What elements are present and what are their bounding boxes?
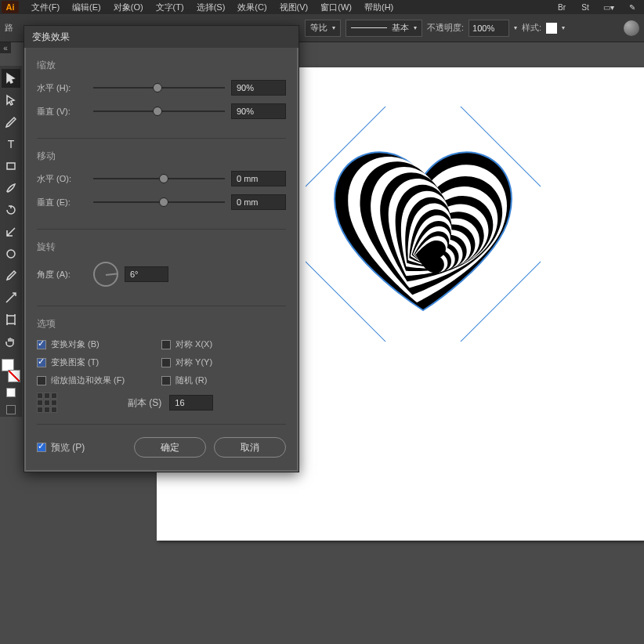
- path-label: 路: [5, 22, 13, 34]
- scale-strokes-checkbox[interactable]: [37, 376, 46, 385]
- menu-window[interactable]: 窗口(W): [314, 2, 358, 13]
- screen-mode[interactable]: [2, 403, 20, 417]
- opacity-label: 不透明度:: [427, 22, 464, 34]
- globe-icon[interactable]: [624, 20, 639, 36]
- menu-help[interactable]: 帮助(H): [358, 2, 400, 13]
- scale-v-input[interactable]: [231, 103, 286, 119]
- panel-collapse-tab[interactable]: «: [0, 42, 11, 53]
- app-logo: Ai: [2, 1, 19, 13]
- bridge-icon[interactable]: Br: [553, 1, 570, 13]
- preview-checkbox[interactable]: [37, 443, 46, 452]
- scale-tool[interactable]: [2, 223, 20, 241]
- tools-panel: T: [0, 66, 22, 417]
- chevron-down-icon[interactable]: ▾: [562, 24, 565, 31]
- move-v-label: 垂直 (E):: [37, 197, 87, 208]
- scale-h-slider[interactable]: [93, 82, 225, 93]
- slice-tool[interactable]: [2, 288, 20, 307]
- stroke-swatch[interactable]: [8, 370, 20, 382]
- move-section: 移动 水平 (O): 垂直 (E):: [37, 150, 286, 230]
- color-mode-solid[interactable]: [2, 385, 20, 400]
- options-section: 选项 变换对象 (B) 对称 X(X) 变换图案 (T) 对称 Y(Y) 缩放描…: [37, 317, 286, 425]
- transform-patterns-checkbox[interactable]: [37, 358, 46, 367]
- reflect-y-label: 对称 Y(Y): [175, 356, 212, 368]
- move-v-input[interactable]: [231, 194, 286, 210]
- artboard-tool[interactable]: [2, 310, 20, 329]
- svg-rect-2: [7, 316, 15, 324]
- stroke-line-icon: [351, 27, 387, 28]
- menu-object[interactable]: 对象(O): [107, 2, 150, 13]
- move-h-label: 水平 (O):: [37, 173, 87, 185]
- stroke-profile-dropdown[interactable]: 基本▾: [346, 20, 422, 37]
- transform-objects-label: 变换对象 (B): [51, 338, 99, 350]
- angle-label: 角度 (A):: [37, 269, 87, 280]
- random-label: 随机 (R): [175, 374, 207, 386]
- feather-icon[interactable]: ✎: [624, 1, 641, 13]
- menu-view[interactable]: 视图(V): [273, 2, 315, 13]
- hand-tool[interactable]: [2, 332, 20, 351]
- selection-bounding-box: [306, 107, 541, 342]
- ratio-dropdown[interactable]: 等比▾: [305, 20, 341, 37]
- anchor-grid[interactable]: [37, 393, 57, 413]
- ok-button[interactable]: 确定: [134, 437, 206, 458]
- copies-input[interactable]: [169, 395, 213, 411]
- copies-label: 副本 (S): [128, 396, 161, 410]
- menu-type[interactable]: 文字(T): [150, 2, 190, 13]
- scale-h-label: 水平 (H):: [37, 82, 87, 94]
- move-v-slider[interactable]: [93, 197, 225, 208]
- paintbrush-tool[interactable]: [2, 179, 20, 197]
- move-h-input[interactable]: [231, 171, 286, 186]
- angle-input[interactable]: [125, 266, 168, 282]
- stroke-profile-label: 基本: [392, 22, 409, 34]
- menu-bar: Ai 文件(F) 编辑(E) 对象(O) 文字(T) 选择(S) 效果(C) 视…: [0, 0, 644, 14]
- rotate-section: 旋转 角度 (A):: [37, 241, 286, 306]
- move-section-title: 移动: [37, 150, 286, 163]
- scale-section-title: 缩放: [37, 59, 286, 72]
- width-tool[interactable]: [2, 244, 20, 263]
- menu-file[interactable]: 文件(F): [25, 2, 66, 13]
- chevron-down-icon: ▾: [332, 24, 335, 31]
- chevron-down-icon[interactable]: ▾: [514, 24, 517, 31]
- move-h-slider[interactable]: [93, 173, 225, 184]
- reflect-y-checkbox[interactable]: [161, 358, 171, 367]
- reflect-x-label: 对称 X(X): [175, 338, 212, 350]
- svg-point-1: [7, 250, 15, 258]
- type-tool[interactable]: T: [2, 135, 20, 154]
- rectangle-tool[interactable]: [2, 157, 20, 175]
- selection-tool[interactable]: [2, 69, 20, 88]
- transform-effect-dialog: 变换效果 缩放 水平 (H): 垂直 (V): 移动 水平 (O):: [24, 25, 299, 472]
- rotate-tool[interactable]: [2, 201, 20, 219]
- style-swatch[interactable]: [546, 23, 557, 34]
- angle-dial[interactable]: [93, 262, 118, 287]
- dialog-title: 变换效果: [24, 26, 298, 48]
- fill-stroke-indicator[interactable]: [2, 359, 20, 382]
- svg-rect-0: [7, 163, 15, 169]
- scale-v-slider[interactable]: [93, 106, 225, 117]
- svg-rect-3: [306, 107, 541, 342]
- cancel-button[interactable]: 取消: [214, 437, 286, 458]
- scale-h-input[interactable]: [231, 80, 286, 96]
- reflect-x-checkbox[interactable]: [161, 340, 171, 349]
- scale-section: 缩放 水平 (H): 垂直 (V):: [37, 59, 286, 139]
- style-label: 样式:: [522, 22, 541, 34]
- stock-icon[interactable]: St: [577, 1, 594, 13]
- scale-v-label: 垂直 (V):: [37, 106, 87, 118]
- random-checkbox[interactable]: [161, 376, 171, 385]
- transform-objects-checkbox[interactable]: [37, 340, 46, 349]
- ratio-label: 等比: [310, 22, 327, 34]
- options-section-title: 选项: [37, 317, 286, 331]
- scale-strokes-label: 缩放描边和效果 (F): [51, 374, 125, 386]
- opacity-input[interactable]: [469, 20, 509, 37]
- chevron-down-icon: ▾: [414, 24, 417, 31]
- transform-patterns-label: 变换图案 (T): [51, 356, 99, 368]
- preview-label: 预览 (P): [51, 441, 85, 454]
- arrange-icon[interactable]: ▭▾: [600, 1, 617, 13]
- direct-select-tool[interactable]: [2, 91, 20, 110]
- menu-effect[interactable]: 效果(C): [231, 2, 273, 13]
- eyedropper-tool[interactable]: [2, 266, 20, 285]
- menu-edit[interactable]: 编辑(E): [66, 2, 107, 13]
- menu-select[interactable]: 选择(S): [190, 2, 232, 13]
- pen-tool[interactable]: [2, 113, 20, 132]
- rotate-section-title: 旋转: [37, 241, 286, 254]
